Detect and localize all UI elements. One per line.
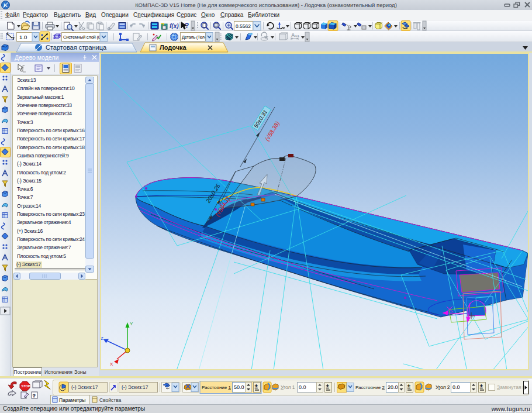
svg-text:Лодочка: Лодочка xyxy=(160,44,187,51)
svg-text:?: ? xyxy=(33,393,36,398)
svg-text:0.0: 0.0 xyxy=(452,384,460,390)
svg-text:A₁₁: A₁₁ xyxy=(291,32,299,38)
svg-text:50.0: 50.0 xyxy=(234,384,244,390)
svg-text:20.0: 20.0 xyxy=(388,384,398,390)
svg-text:STOP: STOP xyxy=(22,384,30,388)
svg-text:±: ± xyxy=(480,383,483,390)
svg-text:Z: Z xyxy=(101,336,103,341)
svg-text:Деталь (Тел-1): Деталь (Тел-1) xyxy=(182,35,210,40)
svg-text:Y: Y xyxy=(130,321,133,326)
svg-text:Стартовая страница: Стартовая страница xyxy=(46,44,107,51)
svg-text:Угол 2: Угол 2 xyxy=(436,384,450,390)
svg-text:Расстояние 2: Расстояние 2 xyxy=(355,385,385,390)
svg-text:0.0: 0.0 xyxy=(299,384,306,390)
svg-text:1.0: 1.0 xyxy=(19,34,27,40)
svg-text:X: X xyxy=(110,362,113,367)
svg-text:(-) Эскиз:17: (-) Эскиз:17 xyxy=(122,384,148,390)
svg-text:±: ± xyxy=(407,383,411,390)
svg-text:Системный слой (0;: Системный слой (0; xyxy=(63,35,102,40)
svg-text:f(x): f(x) xyxy=(170,23,179,29)
svg-text:Свойства: Свойства xyxy=(99,397,122,403)
svg-text:(√58.38): (√58.38) xyxy=(264,120,281,142)
svg-text:Расстояние 1: Расстояние 1 xyxy=(202,385,231,390)
svg-text:±: ± xyxy=(326,383,330,390)
svg-text:0.5562: 0.5562 xyxy=(236,23,251,29)
svg-text:Параметры: Параметры xyxy=(59,397,85,403)
svg-text:?: ? xyxy=(185,22,189,30)
svg-text:(-) Эскиз:17: (-) Эскиз:17 xyxy=(71,384,98,390)
svg-text:Угол 1: Угол 1 xyxy=(281,384,295,390)
svg-text:±: ± xyxy=(255,383,258,390)
